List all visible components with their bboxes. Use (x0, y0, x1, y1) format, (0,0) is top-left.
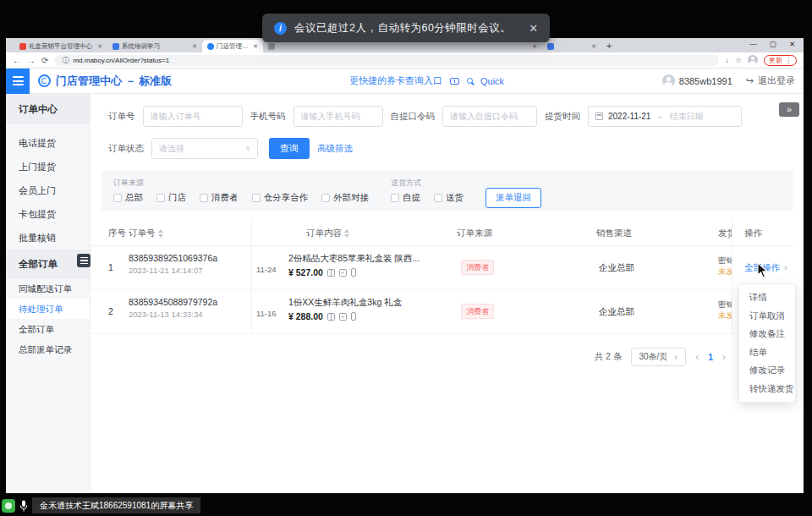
browser-tab-2[interactable]: 系统培训学习 ✕ (107, 40, 202, 52)
checkbox-delivery[interactable]: 送货 (434, 192, 464, 204)
date-range-picker[interactable]: 2022-11-21 － 结束日期 (588, 106, 742, 127)
page-size-select[interactable]: 30条/页 ∨ (631, 348, 686, 366)
advanced-filter-link[interactable]: 高级筛选 (317, 143, 353, 155)
pagination-total: 共 2 条 (595, 351, 623, 363)
chevron-down-icon[interactable]: ∨ (783, 264, 788, 272)
pickup-time-label: 提货时间 (545, 111, 580, 123)
checkbox-external[interactable]: 外部对接 (321, 192, 369, 204)
browser-tab-1[interactable]: 礼盒营销平台管理中心 ✕ (14, 40, 107, 52)
meeting-notification-banner: i 会议已超过2人，自动转为60分钟限时会议。 ✕ (262, 14, 550, 42)
checkbox-self-pickup[interactable]: 自提 (391, 192, 420, 204)
menu-item-cancel-order[interactable]: 订单取消 (739, 307, 795, 326)
checkbox-icon[interactable] (321, 194, 330, 202)
delivery-method-label: 送货方式 (391, 178, 464, 189)
menu-item-settle[interactable]: 结单 (739, 343, 795, 362)
reload-icon[interactable]: ⟳ (41, 56, 48, 65)
address-bar[interactable]: ⓘ md.maboy.cn/AllOrder?status=1 (54, 55, 719, 66)
sidebar-item-member-visit[interactable]: 会员上门 (6, 178, 90, 202)
phone-input[interactable] (294, 106, 383, 127)
sort-icon[interactable] (158, 229, 163, 238)
sidebar-item-door-pickup[interactable]: 上门提货 (6, 155, 90, 178)
next-page-button[interactable]: › (722, 351, 726, 363)
date-start-value[interactable]: 2022-11-21 (608, 112, 650, 121)
menu-item-edit-history[interactable]: 修改记录 (739, 361, 795, 380)
col-header-content[interactable]: 订单内容 (306, 228, 349, 239)
row-index: 1 (108, 262, 113, 272)
sidebar-item-all-orders[interactable]: 全部订单 (6, 319, 90, 339)
microphone-icon (19, 500, 28, 512)
sidebar-group-order-center[interactable]: 订单中心 (6, 94, 90, 124)
checkbox-hq[interactable]: 总部 (113, 192, 143, 204)
coupon-icon (450, 78, 459, 85)
menu-handle-icon[interactable] (77, 254, 91, 267)
checkbox-icon[interactable] (113, 194, 122, 202)
download-icon[interactable]: ↓ (725, 56, 729, 64)
sidebar-item-pending-orders[interactable]: 待处理订单 (6, 299, 90, 319)
back-icon[interactable]: ← (13, 56, 21, 65)
tab-close-icon[interactable]: ✕ (192, 43, 197, 50)
menu-item-express-ship[interactable]: 转快递发货 (739, 380, 795, 398)
window-close-icon[interactable]: ✕ (789, 40, 795, 48)
checkbox-icon[interactable] (200, 194, 208, 202)
current-page[interactable]: 1 (708, 352, 713, 362)
logout-button[interactable]: ↪ 退出登录 (746, 74, 795, 87)
source-cell: 消费者 (461, 260, 494, 275)
tab-close-icon[interactable]: ✕ (532, 43, 537, 50)
order-no-input[interactable] (143, 106, 243, 127)
dispatch-return-button[interactable]: 派单退回 (486, 188, 541, 208)
checkbox-store[interactable]: 门店 (156, 192, 186, 204)
checkbox-label: 送货 (446, 192, 464, 204)
checkbox-icon[interactable] (156, 194, 165, 202)
browser-menu-icon[interactable]: ⋮ (785, 57, 792, 64)
window-maximize-icon[interactable]: ▢ (770, 40, 776, 48)
prev-page-button[interactable]: ‹ (695, 351, 699, 363)
checkbox-warehouse-share[interactable]: 仓分享合作 (252, 192, 309, 204)
browser-tab-5[interactable]: ✕ (542, 40, 601, 52)
window-minimize-icon[interactable]: — (749, 40, 757, 48)
url-text: md.maboy.cn/AllOrder?status=1 (73, 57, 169, 64)
checkbox-icon[interactable] (252, 194, 261, 202)
app-title-text: 门店管理中心 (56, 74, 122, 87)
forward-icon[interactable]: → (27, 56, 36, 65)
order-status-select[interactable]: 请选择 ∨ (151, 138, 258, 159)
date-end-placeholder[interactable]: 结束日期 (669, 111, 703, 123)
checkbox-label: 自提 (403, 192, 420, 204)
hamburger-menu-icon[interactable] (6, 69, 30, 94)
quick-search-link[interactable]: Quick (480, 76, 504, 86)
app-logo-icon (38, 74, 51, 87)
sidebar-item-hq-dispatch-records[interactable]: 总部派单记录 (6, 339, 90, 360)
bookmark-star-icon[interactable]: ☆ (735, 56, 742, 64)
search-icon[interactable] (467, 78, 473, 84)
browser-tab-active[interactable]: 门店管理中心 ✕ (202, 40, 263, 52)
close-icon[interactable]: ✕ (529, 22, 538, 35)
sales-channel: 企业总部 (599, 306, 634, 318)
site-info-icon[interactable]: ⓘ (62, 56, 69, 65)
sort-icon[interactable] (344, 229, 349, 238)
table-row[interactable]: 1 83859389251069376a 2023-11-21 14:14:07… (91, 246, 793, 290)
col-header-order-no[interactable]: 订单号 (129, 228, 163, 239)
pagination: 共 2 条 30条/页 ∨ ‹ 1 › (91, 348, 726, 366)
sidebar-item-card-pickup[interactable]: 卡包提货 (6, 202, 90, 226)
menu-item-details[interactable]: 详情 (739, 288, 795, 307)
browser-update-button[interactable]: 更新 ⋮ (764, 55, 797, 66)
select-placeholder: 请选择 (159, 143, 184, 155)
user-chip[interactable]: 8385wb1991 (662, 74, 732, 87)
checkbox-icon[interactable] (434, 194, 442, 202)
query-button[interactable]: 查询 (269, 138, 310, 159)
checkbox-consumer[interactable]: 消费者 (200, 192, 239, 204)
tab-close-icon[interactable]: ✕ (591, 43, 596, 50)
checkbox-icon[interactable] (391, 194, 399, 202)
phone-icon (351, 312, 356, 321)
tab-close-icon[interactable]: ✕ (97, 43, 102, 50)
pickup-code-input[interactable] (442, 106, 537, 127)
sidebar-item-city-delivery-orders[interactable]: 同城配送订单 (6, 278, 90, 299)
browser-profile-avatar[interactable] (748, 55, 758, 65)
tab-close-icon[interactable]: ✕ (253, 43, 258, 50)
sidebar-item-phone-pickup[interactable]: 电话提货 (6, 131, 90, 155)
table-row[interactable]: 2 83859345088979792a 2023-11-13 14:33:34… (91, 290, 793, 334)
collapse-panel-button[interactable]: » (779, 102, 799, 117)
quick-card-entry-link[interactable]: 更快捷的券卡查询入口 (349, 74, 442, 87)
sidebar-item-batch-verify[interactable]: 批量核销 (6, 226, 90, 250)
new-tab-button[interactable]: + (606, 41, 612, 51)
menu-item-edit-note[interactable]: 修改备注 (739, 325, 795, 343)
